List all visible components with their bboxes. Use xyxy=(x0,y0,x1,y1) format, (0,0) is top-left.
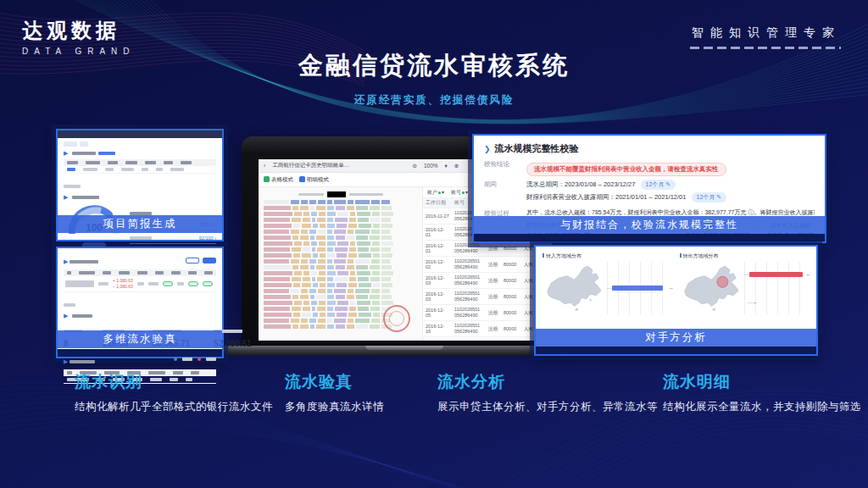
briefing-tabs[interactable] xyxy=(64,141,216,147)
back-icon[interactable]: ‹ xyxy=(264,163,265,169)
panel-counterparty: 转入方地域分布 ── ▪▪ 转出方地域分布 xyxy=(534,245,818,356)
period-line-2: 财报利润表营业收入披露期间：2021/01/01 – 2021/12/01 12… xyxy=(526,192,815,202)
scanned-statement xyxy=(259,187,423,341)
feature-desc: 多角度验真流水详情 xyxy=(285,400,384,414)
caret-icon: ▶ xyxy=(64,194,68,201)
table-row[interactable]: 2016-12-021102026501 056286490活期80000人民币… xyxy=(423,257,552,273)
counterparty-footer-strip xyxy=(536,347,816,354)
period-tag-2[interactable]: 12个月 ✎ xyxy=(692,192,727,202)
page-subtitle: 还原经营实质、挖掘偿债风险 xyxy=(0,93,868,108)
briefing-section-score: ▶ xyxy=(64,194,216,201)
china-map xyxy=(542,263,604,313)
verify-table-row: + 1,080.63− 1,080.63 xyxy=(64,276,216,292)
period-label: 期间 xyxy=(484,180,526,189)
table-row[interactable]: 2016-12-031102026501 056286490活期80000人民币… xyxy=(423,289,552,305)
conclusion-alert: 流水规模不能覆盖财报利润表中营业收入金额，请检查流水真实性 xyxy=(526,163,726,176)
document-title: 工商银行借记卡历史明细账单… xyxy=(272,162,349,169)
briefing-table-header xyxy=(64,159,216,166)
status-badge-normal xyxy=(203,281,213,286)
china-map-highlighted xyxy=(680,263,741,313)
screenshot-verify: ▶ + 1,080.63− 1,080.63 xyxy=(56,247,224,358)
briefing-section-basic: ▶ xyxy=(64,150,216,157)
table-row[interactable]: 2016-12-031102026501 056286490活期80000人民币… xyxy=(423,273,552,289)
zoom-in-icon[interactable]: ⊕ xyxy=(454,163,459,169)
caption-briefing: 项目简报生成 xyxy=(58,215,222,233)
table-mode-button[interactable]: 表格模式 xyxy=(264,176,293,184)
feature-detail: 流水明细 结构化展示全量流水，并支持剔除与筛选 xyxy=(663,371,861,414)
caption-integrity: 与财报结合，校验流水规模完整性 xyxy=(474,216,825,234)
detail-mode-icon xyxy=(299,176,305,182)
verify-table-header xyxy=(64,269,216,276)
feature-title: 流水分析 xyxy=(437,371,658,393)
feature-title: 流水验真 xyxy=(285,371,384,393)
caption-verify: 多维流水验真 xyxy=(58,330,222,348)
brand-logo-cn: 达观数据 xyxy=(22,17,136,44)
red-stamp xyxy=(383,305,410,332)
page-title: 金融信贷流水审核系统 xyxy=(0,49,868,83)
filter-account-no[interactable]: 账号▾ xyxy=(451,189,468,197)
conclusion-label: 校验结论 xyxy=(484,159,526,169)
status-badge-normal xyxy=(163,281,173,286)
caret-icon: ▶ xyxy=(64,358,68,364)
table-row[interactable]: 2016-12-051102026501 056286490活期80000人民币… xyxy=(423,305,552,321)
outflow-region-chart: 转出方地域分布 ── ▪▪ ── ▪▪ xyxy=(680,252,810,314)
slide: 达观数据 DATA GRAND 智能知识管理专家 金融信贷流水审核系统 还原经营… xyxy=(0,0,868,488)
filter-account[interactable]: 账户▾ xyxy=(427,189,444,197)
detail-mode-button[interactable]: 明细模式 xyxy=(299,176,329,184)
feature-recognition: 流水识别 结构化解析几乎全部格式的银行流水文件 xyxy=(75,371,273,414)
feature-desc: 结构化解析几乎全部格式的银行流水文件 xyxy=(75,400,273,414)
outflow-bar-chart: ── ▪▪ ── ▪▪ xyxy=(744,262,810,314)
region-highlight xyxy=(716,276,727,287)
zoom-dropdown-icon[interactable]: ▾ xyxy=(445,163,448,169)
status-badge-normal xyxy=(188,281,198,286)
feature-desc: 结构化展示全量流水，并支持剔除与筛选 xyxy=(663,400,861,414)
briefing-table-row xyxy=(64,166,216,174)
table-mode-icon xyxy=(264,176,270,182)
caption-counterparty: 对手方分析 xyxy=(536,329,816,347)
caret-icon: ▶ xyxy=(64,150,68,157)
feature-title: 流水识别 xyxy=(75,371,273,393)
inflow-bar-chart: ── ▪▪ xyxy=(607,262,673,314)
screenshot-briefing: ▶ ▶ xyxy=(56,129,224,241)
inflow-region-chart: 转入方地域分布 ── ▪▪ xyxy=(542,252,673,314)
zoom-level[interactable]: 100% xyxy=(424,163,438,169)
period-line-1: 流水总期间：2023/01/08 – 2023/12/27 12个月 ✎ xyxy=(526,180,815,190)
feature-analysis: 流水分析 展示申贷主体分析、对手方分析、异常流水等 xyxy=(437,371,658,414)
feature-verification: 流水验真 多角度验真流水详情 xyxy=(285,371,384,414)
outflow-chart-title: 转出方地域分布 xyxy=(680,252,810,260)
brand-tagline-text: 智能知识管理专家 xyxy=(690,25,841,41)
verify-header-buttons[interactable] xyxy=(186,252,216,267)
amount-in-out: + 1,080.63− 1,080.63 xyxy=(113,278,133,290)
inflow-bar xyxy=(612,286,663,291)
integrity-title: ❯ 流水规模完整性校验 xyxy=(484,142,815,155)
caret-icon: ▶ xyxy=(64,313,68,319)
caret-icon: ▶ xyxy=(64,258,68,264)
redaction-box xyxy=(327,191,346,197)
zoom-out-icon[interactable]: ⊖ xyxy=(413,163,417,169)
briefing-topnav xyxy=(58,130,222,138)
laptop-notch xyxy=(365,346,443,350)
verify-legend xyxy=(174,358,216,361)
brand-tagline: 智能知识管理专家 xyxy=(690,25,841,49)
panel-integrity-check: ❯ 流水规模完整性校验 校验结论 流水规模不能覆盖财报利润表中营业收入金额，请检… xyxy=(472,134,826,243)
feature-title: 流水明细 xyxy=(663,371,861,393)
verify-footer-strip xyxy=(58,349,222,357)
period-tag-1[interactable]: 12个月 ✎ xyxy=(641,180,676,190)
feature-desc: 展示申贷主体分析、对手方分析、异常流水等 xyxy=(437,400,658,414)
table-row[interactable]: 2016-12-161102026501 056286490活期80000人民币… xyxy=(423,321,552,337)
caret-icon: ❯ xyxy=(484,145,491,153)
outflow-bar xyxy=(749,272,804,277)
integrity-footer-strip xyxy=(474,234,825,241)
inflow-chart-title: 转入方地域分布 xyxy=(542,252,673,260)
